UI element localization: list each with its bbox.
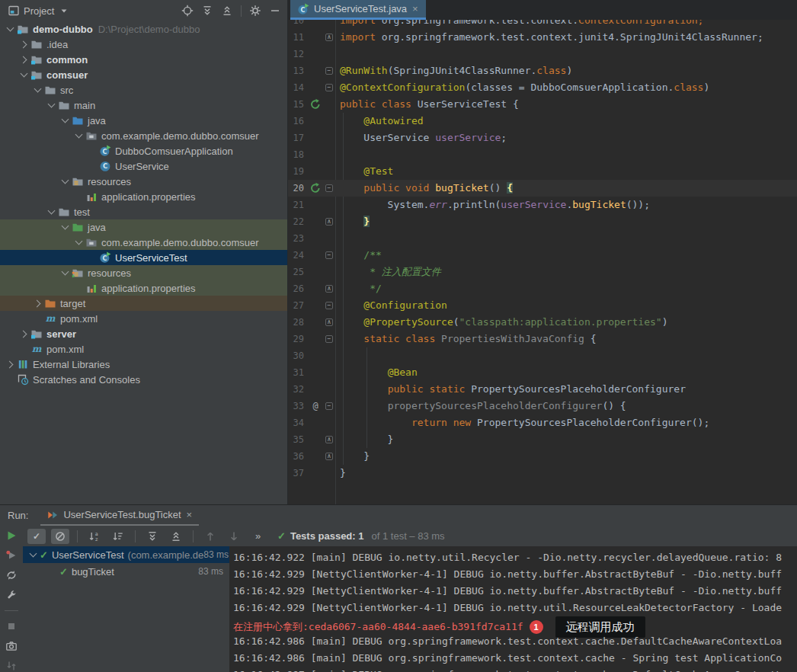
fold-start-icon[interactable]: − <box>325 402 333 410</box>
code-line-34[interactable]: 34 return new PropertySourcesPlaceholder… <box>288 414 797 431</box>
code-line-27[interactable]: 27 − @Configuration <box>288 297 797 314</box>
locate-file-button[interactable] <box>181 5 194 17</box>
camera-button[interactable] <box>5 640 18 652</box>
tree-item-idea[interactable]: .idea <box>0 37 287 52</box>
code-line-30[interactable]: 30 <box>288 347 797 364</box>
tree-item-resources[interactable]: resources <box>0 265 287 280</box>
fold-end-icon[interactable]: ∧ <box>325 218 333 226</box>
tree-item-java[interactable]: java <box>0 219 287 235</box>
fold-start-icon[interactable]: − <box>325 251 333 259</box>
chevron-down-icon[interactable] <box>59 175 72 187</box>
code-line-18[interactable]: 18 <box>288 146 797 163</box>
tree-item-target[interactable]: target <box>0 296 287 311</box>
code-line-36[interactable]: 36 ∧ } <box>288 448 797 465</box>
chevron-down-icon[interactable] <box>5 23 17 35</box>
chevron-right-icon[interactable] <box>18 53 30 66</box>
next-failed-test-button[interactable] <box>225 529 243 544</box>
tree-item-scratches-and-consoles[interactable]: Scratches and Consoles <box>0 372 287 387</box>
toggle-auto-test-button[interactable] <box>5 569 18 581</box>
code-line-32[interactable]: 32 public static PropertySourcesPlacehol… <box>288 381 797 398</box>
code-line-25[interactable]: 25 * 注入配置文件 <box>288 264 797 280</box>
console[interactable]: 16:16:42.922 [main] DEBUG io.netty.util.… <box>229 546 797 672</box>
code-line-20[interactable]: 20 − public void bugTicket() { <box>288 180 797 197</box>
fold-end-icon[interactable]: ∧ <box>325 318 333 326</box>
rerun-failed-tests-button[interactable] <box>5 549 18 562</box>
tree-item-java[interactable]: java <box>0 113 287 128</box>
code-line-29[interactable]: 29 − static class PropertiesWithJavaConf… <box>288 331 797 347</box>
chevron-down-icon[interactable] <box>32 84 44 96</box>
console-line[interactable]: 16:16:42.929 [NettyClientWorker-4-1] DEB… <box>233 566 797 583</box>
console-line[interactable]: 16:16:42.986 [main] DEBUG org.springfram… <box>233 650 797 667</box>
chevron-down-icon[interactable] <box>46 206 58 218</box>
show-passed-toggle[interactable]: ✓ <box>27 529 46 544</box>
chevron-down-icon[interactable] <box>18 69 30 81</box>
import-test-results-button[interactable] <box>5 660 18 672</box>
code-line-28[interactable]: 28 ∧ @PropertySource("classpath:applicat… <box>288 314 797 331</box>
test-result-bugticket[interactable]: ✓ bugTicket 83 ms <box>23 563 229 580</box>
fold-start-icon[interactable]: − <box>325 84 333 91</box>
collapse-all-button[interactable] <box>221 5 233 17</box>
sort-alphabetically-button[interactable]: az <box>85 529 104 544</box>
code-line-35[interactable]: 35 ∧ } <box>288 431 797 448</box>
fold-start-icon[interactable]: − <box>325 184 333 192</box>
close-icon[interactable]: × <box>186 509 194 520</box>
code-line-16[interactable]: 16 @Autowired <box>288 113 797 130</box>
chevron-right-icon[interactable] <box>18 328 30 340</box>
chevron-down-icon[interactable] <box>73 130 85 142</box>
previous-failed-test-button[interactable] <box>201 529 219 544</box>
tree-item-server[interactable]: server <box>0 326 287 341</box>
tree-item-demo-dubbo[interactable]: demo-dubboD:\Project\demo-dubbo <box>0 21 287 37</box>
code-line-31[interactable]: 31 @Bean <box>288 364 797 381</box>
tree-item-pom-xml[interactable]: mpom.xml <box>0 311 287 326</box>
chevron-right-icon[interactable] <box>5 358 17 370</box>
run-test-icon[interactable] <box>309 98 322 110</box>
run-tab[interactable]: UserServiceTest.bugTicket × <box>40 505 199 526</box>
chevron-down-icon[interactable] <box>73 236 85 248</box>
tree-item-application-properties[interactable]: application.properties <box>0 280 287 296</box>
code-line-19[interactable]: 19 @Test <box>288 163 797 180</box>
code-line-23[interactable]: 23 <box>288 230 797 247</box>
chevron-down-icon[interactable] <box>59 221 72 233</box>
code-line-13[interactable]: 13 − @RunWith(SpringJUnit4ClassRunner.cl… <box>288 62 797 79</box>
expand-all-button[interactable] <box>201 5 213 17</box>
more-actions-button[interactable]: » <box>248 529 267 544</box>
code-line-17[interactable]: 17 UserService userService; <box>288 130 797 146</box>
console-line[interactable]: 16:16:42.929 [NettyClientWorker-4-1] DEB… <box>233 600 797 616</box>
code-line-24[interactable]: 24 − /** <box>288 247 797 264</box>
code-line-21[interactable]: 21 System.err.println(userService.bugTic… <box>288 197 797 213</box>
code-area[interactable]: 10 import org.springframework.test.conte… <box>288 12 797 482</box>
tree-item-userservice[interactable]: CUserService <box>0 158 287 174</box>
chevron-down-icon[interactable] <box>59 267 72 279</box>
tree-item-userservicetest[interactable]: CUserServiceTest <box>0 250 287 265</box>
console-line[interactable]: 16:16:42.922 [main] DEBUG io.netty.util.… <box>233 549 797 566</box>
fold-start-icon[interactable]: − <box>325 67 333 75</box>
console-line[interactable]: 在注册中心拿到:ceda6067-aa60-4844-aae6-b391fd7c… <box>233 616 797 633</box>
fold-start-icon[interactable]: − <box>325 302 333 309</box>
code-line-26[interactable]: 26 ∧ */ <box>288 280 797 297</box>
chevron-right-icon[interactable] <box>32 297 44 309</box>
tree-item-dubbocomsuerapplication[interactable]: CDubboComsuerApplication <box>0 143 287 158</box>
tree-item-test[interactable]: test <box>0 204 287 219</box>
run-test-icon[interactable] <box>309 182 322 194</box>
settings-button[interactable] <box>249 5 261 17</box>
fold-end-icon[interactable]: ∧ <box>325 453 333 460</box>
tree-item-src[interactable]: src <box>0 82 287 98</box>
code-line-14[interactable]: 14 − @ContextConfiguration(classes = Dub… <box>288 79 797 96</box>
editor-tab[interactable]: C UserServiceTest.java × <box>290 0 426 20</box>
dropdown-arrow-icon[interactable] <box>58 5 70 17</box>
tree-item-main[interactable]: main <box>0 98 287 113</box>
fold-end-icon[interactable]: ∧ <box>325 34 333 41</box>
console-line[interactable]: 16:16:42.987 [main] DEBUG org.springfram… <box>233 667 797 672</box>
tree-item-common[interactable]: common <box>0 52 287 67</box>
tree-item-comsuer[interactable]: comsuer <box>0 67 287 82</box>
test-settings-button[interactable] <box>5 589 18 601</box>
expand-all-button[interactable] <box>143 529 162 544</box>
code-line-15[interactable]: 15 public class UserServiceTest { <box>288 96 797 113</box>
stop-button[interactable] <box>5 620 18 632</box>
tree-item-com-example-demo-dubbo-comsuer[interactable]: com.example.demo.dubbo.comsuer <box>0 235 287 250</box>
tree-item-com-example-demo-dubbo-comsuer[interactable]: com.example.demo.dubbo.comsuer <box>0 128 287 143</box>
close-icon[interactable]: × <box>411 3 419 14</box>
fold-start-icon[interactable]: − <box>325 335 333 343</box>
chevron-right-icon[interactable] <box>18 38 30 50</box>
fold-end-icon[interactable]: ∧ <box>325 285 333 293</box>
